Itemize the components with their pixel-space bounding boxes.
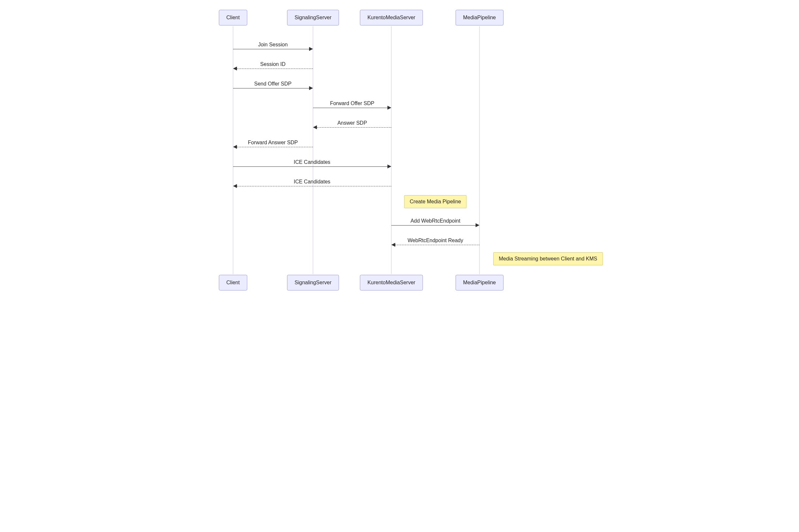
msg-label-add-webrtcendpoint: Add WebRtcEndpoint bbox=[411, 218, 460, 224]
arrowhead-icon bbox=[391, 243, 395, 247]
arrowhead-icon bbox=[309, 86, 313, 90]
arrowhead-icon bbox=[387, 165, 391, 168]
msg-arrow-ice-candidates-in bbox=[237, 186, 391, 186]
msg-arrow-session-id bbox=[237, 69, 313, 69]
arrowhead-icon bbox=[233, 184, 237, 188]
msg-label-forward-answer-sdp: Forward Answer SDP bbox=[248, 140, 298, 146]
lifeline-signaling bbox=[313, 26, 313, 274]
msg-label-ice-candidates-in: ICE Candidates bbox=[294, 179, 330, 185]
msg-arrow-answer-sdp bbox=[317, 127, 391, 128]
arrowhead-icon bbox=[476, 223, 479, 227]
actor-bottom-pipeline: MediaPipeline bbox=[456, 275, 503, 290]
msg-label-forward-offer-sdp: Forward Offer SDP bbox=[330, 100, 374, 107]
actor-bottom-kms: KurentoMediaServer bbox=[360, 275, 423, 290]
msg-arrow-join-session bbox=[233, 49, 309, 49]
actor-bottom-signaling: SignalingServer bbox=[287, 275, 339, 290]
sequence-diagram: Client SignalingServer KurentoMediaServe… bbox=[187, 6, 612, 294]
actor-top-signaling: SignalingServer bbox=[287, 10, 339, 25]
lifeline-kms bbox=[391, 26, 392, 274]
msg-arrow-forward-offer-sdp bbox=[313, 108, 387, 108]
msg-label-join-session: Join Session bbox=[258, 42, 288, 48]
note-media-streaming: Media Streaming between Client and KMS bbox=[493, 252, 603, 265]
arrowhead-icon bbox=[309, 47, 313, 51]
actor-top-kms: KurentoMediaServer bbox=[360, 10, 423, 25]
msg-label-ice-candidates-out: ICE Candidates bbox=[294, 159, 330, 165]
msg-label-webrtcendpoint-ready: WebRtcEndpoint Ready bbox=[408, 238, 463, 244]
msg-arrow-webrtcendpoint-ready bbox=[395, 245, 479, 245]
msg-arrow-send-offer-sdp bbox=[233, 88, 309, 89]
arrowhead-icon bbox=[233, 145, 237, 149]
actor-top-client: Client bbox=[219, 10, 247, 25]
actor-bottom-client: Client bbox=[219, 275, 247, 290]
lifeline-pipeline bbox=[479, 26, 480, 274]
msg-arrow-ice-candidates-out bbox=[233, 167, 387, 167]
msg-label-session-id: Session ID bbox=[260, 61, 285, 67]
msg-arrow-forward-answer-sdp bbox=[237, 147, 313, 147]
arrowhead-icon bbox=[313, 125, 317, 129]
note-create-media-pipeline: Create Media Pipeline bbox=[404, 195, 467, 208]
lifeline-client bbox=[233, 26, 233, 274]
msg-arrow-add-webrtcendpoint bbox=[391, 225, 476, 226]
arrowhead-icon bbox=[233, 66, 237, 71]
msg-label-send-offer-sdp: Send Offer SDP bbox=[254, 81, 291, 87]
arrowhead-icon bbox=[387, 106, 391, 110]
actor-top-pipeline: MediaPipeline bbox=[456, 10, 503, 25]
msg-label-answer-sdp: Answer SDP bbox=[338, 120, 367, 126]
